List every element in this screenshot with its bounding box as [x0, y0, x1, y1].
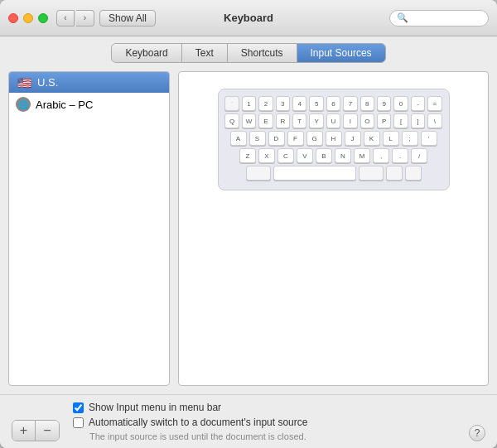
us-flag-icon: 🇺🇸 [16, 77, 32, 89]
search-icon: 🔍 [397, 12, 408, 23]
add-remove-buttons: + − [12, 420, 60, 441]
key: V [297, 148, 313, 163]
key-row-3: A S D F G H J K L ; ' [225, 131, 442, 146]
tab-shortcuts[interactable]: Shortcuts [228, 44, 297, 62]
key: 2 [258, 96, 273, 111]
remove-input-source-button[interactable]: − [36, 421, 59, 441]
key: I [343, 113, 357, 128]
key: O [360, 113, 374, 128]
key: ; [402, 131, 418, 146]
maximize-button[interactable] [38, 13, 48, 23]
auto-switch-checkbox[interactable] [73, 417, 84, 428]
key: N [335, 148, 351, 163]
hint-text: The input source is used until the docum… [89, 431, 307, 441]
show-input-menu-row: Show Input menu in menu bar [73, 402, 307, 413]
search-input[interactable] [412, 12, 478, 24]
keyboard-preview-panel: ` 1 2 3 4 5 6 7 8 9 0 - = Q W E [178, 71, 489, 386]
help-button[interactable]: ? [469, 425, 485, 441]
key: 7 [343, 96, 357, 111]
key: / [411, 148, 427, 163]
key: H [326, 131, 342, 146]
auto-switch-label: Automatically switch to a document's inp… [89, 417, 307, 428]
key: . [392, 148, 408, 163]
key: C [277, 148, 294, 163]
tab-keyboard[interactable]: Keyboard [112, 44, 181, 62]
key: ' [421, 131, 437, 146]
tab-bar: Keyboard Text Shortcuts Input Sources [0, 36, 497, 63]
titlebar: ‹ › Show All Keyboard 🔍 [0, 0, 497, 36]
tab-input-sources[interactable]: Input Sources [297, 44, 385, 62]
spacebar-key [273, 166, 356, 181]
key: ] [411, 113, 425, 128]
key-row-5 [225, 166, 442, 181]
key: [ [393, 113, 408, 128]
key [405, 166, 422, 181]
key: A [230, 131, 247, 146]
key: T [292, 113, 306, 128]
bottom-bar: + − Show Input menu in menu bar Automati… [0, 394, 497, 448]
tab-text[interactable]: Text [182, 44, 228, 62]
key [386, 166, 403, 181]
close-button[interactable] [8, 13, 18, 23]
key [359, 166, 384, 181]
key: M [354, 148, 370, 163]
key: ` [224, 96, 239, 111]
key: W [242, 113, 256, 128]
bottom-inner: + − Show Input menu in menu bar Automati… [12, 402, 485, 441]
key: 0 [393, 96, 408, 111]
window-title: Keyboard [224, 12, 273, 24]
arabic-globe-icon: 🌐 [16, 97, 31, 112]
key: G [306, 131, 323, 146]
key: E [258, 113, 273, 128]
key: P [377, 113, 391, 128]
us-label: U.S. [37, 76, 58, 89]
key: Z [239, 148, 256, 163]
key: 4 [292, 96, 306, 111]
key: 9 [377, 96, 391, 111]
show-input-menu-label: Show Input menu in menu bar [89, 402, 221, 413]
checkboxes-group: Show Input menu in menu bar Automaticall… [73, 402, 307, 441]
show-all-button[interactable]: Show All [99, 10, 156, 26]
key: Y [309, 113, 323, 128]
key: 5 [309, 96, 323, 111]
show-input-menu-checkbox[interactable] [73, 402, 84, 413]
key: X [258, 148, 275, 163]
search-box: 🔍 [389, 10, 489, 26]
key-row-1: ` 1 2 3 4 5 6 7 8 9 0 - = [225, 96, 442, 111]
keyboard-window: ‹ › Show All Keyboard 🔍 Keyboard Text Sh… [0, 0, 497, 448]
key [246, 166, 271, 181]
key: - [411, 96, 425, 111]
main-content: 🇺🇸 U.S. 🌐 Arabic – PC ` 1 2 3 4 5 6 7 [0, 63, 497, 394]
key: = [427, 96, 442, 111]
arabic-label: Arabic – PC [36, 99, 93, 111]
key: 6 [326, 96, 340, 111]
key: 8 [360, 96, 374, 111]
key: F [287, 131, 304, 146]
key: L [383, 131, 399, 146]
key: S [249, 131, 266, 146]
auto-switch-row: Automatically switch to a document's inp… [73, 417, 307, 428]
list-item[interactable]: 🌐 Arabic – PC [9, 93, 169, 116]
key: 3 [276, 96, 290, 111]
key: Q [224, 113, 239, 128]
back-button[interactable]: ‹ [56, 10, 75, 26]
key-row-2: Q W E R T Y U I O P [ ] \ [225, 113, 442, 128]
minimize-button[interactable] [23, 13, 33, 23]
key: B [316, 148, 332, 163]
key: K [364, 131, 380, 146]
add-input-source-button[interactable]: + [12, 421, 36, 441]
tabs-container: Keyboard Text Shortcuts Input Sources [111, 43, 385, 63]
key-row-4: Z X C V B N M , . / [225, 148, 442, 163]
key: R [276, 113, 290, 128]
traffic-lights [8, 13, 48, 23]
forward-button[interactable]: › [76, 10, 94, 26]
key: D [268, 131, 285, 146]
input-sources-list: 🇺🇸 U.S. 🌐 Arabic – PC [8, 71, 170, 386]
key: U [326, 113, 340, 128]
key: , [373, 148, 389, 163]
list-item[interactable]: 🇺🇸 U.S. [9, 72, 169, 93]
keyboard-visual: ` 1 2 3 4 5 6 7 8 9 0 - = Q W E [218, 89, 450, 190]
key: 1 [242, 96, 256, 111]
key: \ [427, 113, 442, 128]
nav-buttons: ‹ › [56, 10, 94, 26]
